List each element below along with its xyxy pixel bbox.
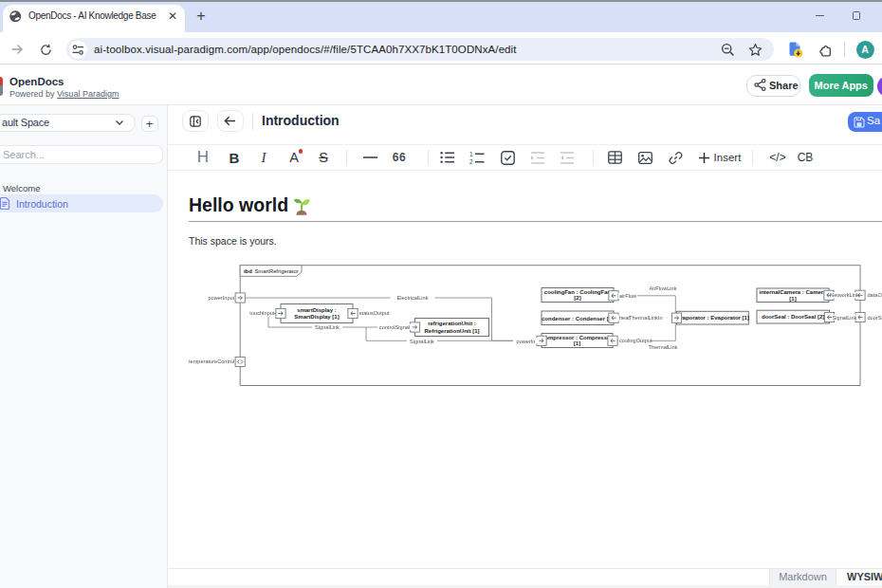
svg-text:compressor : Compressor: compressor : Compressor	[542, 335, 614, 340]
svg-text:[1]: [1]	[789, 296, 796, 302]
svg-text:ThermalLink: ThermalLink	[649, 344, 678, 350]
svg-text:dataOutput: dataOutput	[868, 292, 882, 298]
svg-text:ElectricalLink: ElectricalLink	[397, 295, 429, 301]
svg-text:In: In	[658, 315, 663, 321]
svg-text:powerInput: powerInput	[209, 295, 235, 301]
svg-text:doorStatus: doorStatus	[868, 315, 882, 321]
svg-text:SmartRefrigerator: SmartRefrigerator	[255, 268, 299, 274]
svg-text:ThermalLink: ThermalLink	[629, 315, 658, 321]
svg-text:condenser : Condenser [1]: condenser : Condenser [1]	[542, 316, 614, 322]
svg-text:SignalLink: SignalLink	[833, 315, 857, 321]
svg-text:refrigerationUnit :: refrigerationUnit :	[428, 321, 476, 326]
svg-text:AirFlowLink: AirFlowLink	[650, 285, 677, 291]
svg-text:statusOutput: statusOutput	[359, 310, 390, 316]
svg-text:[1]: [1]	[574, 340, 580, 346]
svg-text:SmartDisplay [1]: SmartDisplay [1]	[294, 314, 339, 320]
svg-text:[2]: [2]	[574, 295, 580, 301]
svg-text:coolingOutput: coolingOutput	[619, 338, 652, 343]
svg-text:evaporator : Evaporator [1]: evaporator : Evaporator [1]	[676, 315, 749, 321]
svg-text:coolingFan : CoolingFan: coolingFan : CoolingFan	[544, 289, 612, 295]
svg-text:2: 2	[469, 158, 473, 165]
svg-text:ibd: ibd	[244, 268, 252, 274]
svg-text:SignalLink: SignalLink	[410, 339, 434, 344]
svg-text:SignalLink: SignalLink	[315, 324, 340, 330]
svg-text:1: 1	[469, 151, 473, 157]
svg-text:temperatureControl: temperatureControl	[189, 358, 234, 364]
svg-text:internalCamera : Camera: internalCamera : Camera	[759, 289, 827, 295]
svg-text:touchInput: touchInput	[249, 310, 275, 316]
svg-text:RefrigerationUnit [1]: RefrigerationUnit [1]	[424, 328, 479, 334]
svg-text:NetworkLink: NetworkLink	[830, 292, 859, 298]
svg-text:controlSignal: controlSignal	[379, 324, 410, 330]
svg-text:airFlow: airFlow	[619, 293, 637, 299]
svg-text:doorSeal : DoorSeal [2]: doorSeal : DoorSeal [2]	[762, 314, 824, 320]
svg-text:smartDisplay :: smartDisplay :	[297, 307, 336, 313]
svg-text:powerIn: powerIn	[517, 339, 536, 344]
